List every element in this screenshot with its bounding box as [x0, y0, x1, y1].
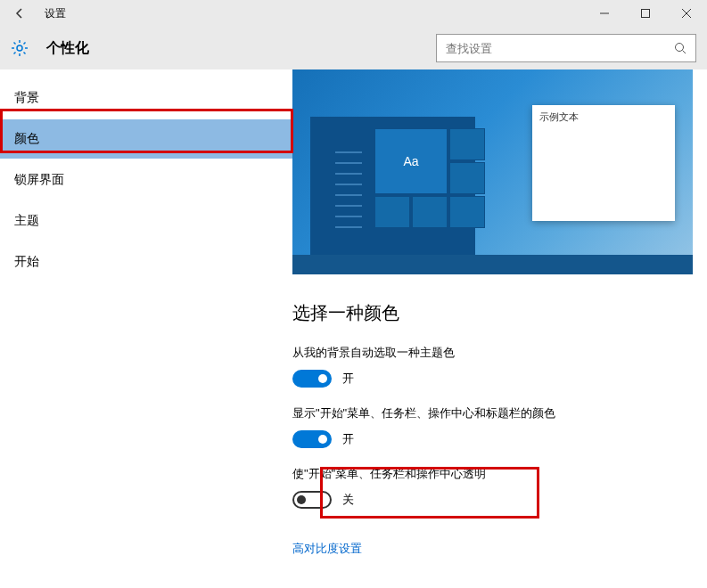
- minimize-button[interactable]: [584, 0, 625, 27]
- sidebar-item-label: 开始: [14, 254, 39, 270]
- preview-tiles: Aa: [374, 128, 485, 228]
- sidebar-item-label: 主题: [14, 213, 39, 229]
- svg-rect-1: [642, 10, 650, 18]
- sidebar-item-label: 锁屏界面: [14, 172, 64, 188]
- preview-sample-window: 示例文本: [532, 105, 675, 221]
- back-button[interactable]: [11, 4, 29, 22]
- gear-icon: [11, 39, 29, 57]
- preview-start-menu: Aa: [310, 117, 475, 255]
- setting-transparent: 使"开始"菜单、任务栏和操作中心透明 关: [292, 466, 693, 509]
- toggle-state: 开: [342, 371, 354, 387]
- setting-label: 从我的背景自动选取一种主题色: [292, 345, 693, 361]
- setting-label: 使"开始"菜单、任务栏和操作中心透明: [292, 466, 693, 482]
- high-contrast-link[interactable]: 高对比度设置: [292, 541, 362, 557]
- search-input[interactable]: [437, 42, 665, 55]
- sidebar-item-label: 背景: [14, 90, 39, 106]
- preview-taskbar: [292, 255, 693, 274]
- sidebar-item-background[interactable]: 背景: [0, 78, 292, 118]
- sidebar: 背景 颜色 锁屏界面 主题 开始: [0, 69, 292, 588]
- page-title: 个性化: [46, 39, 89, 58]
- sidebar-item-lockscreen[interactable]: 锁屏界面: [0, 160, 292, 200]
- sidebar-item-colors[interactable]: 颜色: [0, 119, 292, 159]
- toggle-show-start-color[interactable]: [292, 430, 332, 448]
- section-title: 选择一种颜色: [292, 301, 693, 325]
- setting-auto-color: 从我的背景自动选取一种主题色 开: [292, 345, 693, 388]
- window-title: 设置: [45, 6, 66, 21]
- preview-area: Aa 示例文本: [292, 69, 693, 274]
- toggle-transparent[interactable]: [292, 491, 332, 509]
- sidebar-item-label: 颜色: [14, 131, 39, 147]
- sidebar-item-themes[interactable]: 主题: [0, 201, 292, 241]
- sidebar-item-start[interactable]: 开始: [0, 242, 292, 282]
- preview-nav-lines: [335, 151, 362, 228]
- titlebar: 设置: [0, 0, 707, 27]
- search-icon[interactable]: [665, 35, 695, 61]
- content: 背景 颜色 锁屏界面 主题 开始 Aa 示例文本: [0, 69, 707, 588]
- main-panel: Aa 示例文本 选择一种颜色 从我的背景自动选取一种主题色 开 显示"开始"菜单…: [292, 69, 707, 588]
- svg-point-2: [17, 45, 22, 51]
- close-button[interactable]: [666, 0, 707, 27]
- header: 个性化: [0, 27, 707, 69]
- preview-tile-aa: Aa: [374, 128, 448, 194]
- maximize-button[interactable]: [625, 0, 666, 27]
- search-box[interactable]: [436, 34, 696, 62]
- toggle-state: 开: [342, 431, 354, 447]
- preview-sample-text: 示例文本: [532, 105, 675, 129]
- toggle-state: 关: [342, 492, 354, 508]
- window-controls: [584, 0, 707, 27]
- toggle-auto-color[interactable]: [292, 370, 332, 388]
- svg-line-4: [683, 51, 686, 54]
- setting-show-start-color: 显示"开始"菜单、任务栏、操作中心和标题栏的颜色 开: [292, 405, 693, 448]
- setting-label: 显示"开始"菜单、任务栏、操作中心和标题栏的颜色: [292, 405, 693, 421]
- svg-point-3: [676, 44, 684, 52]
